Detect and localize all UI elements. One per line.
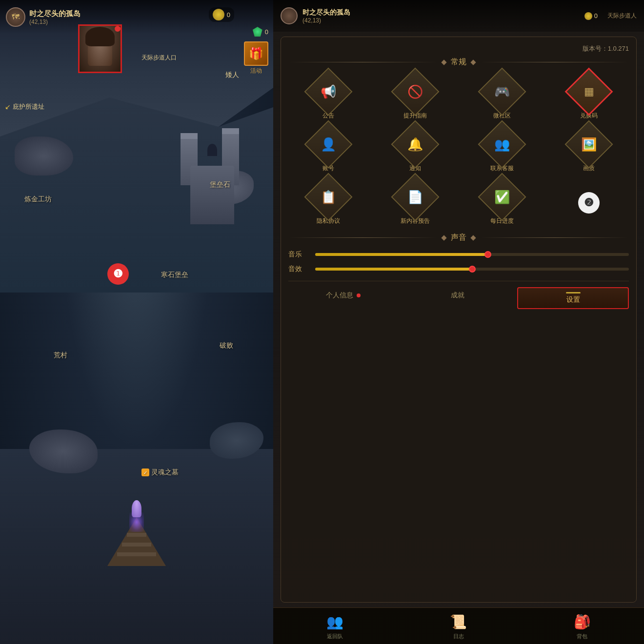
- divider-diamond-left: [441, 59, 446, 65]
- redeem-icon-wrapper: ▦: [572, 75, 606, 109]
- step-badge-1: ❶: [107, 263, 129, 285]
- menu-item-announcement[interactable]: 📢 公告: [288, 75, 368, 120]
- return-team-icon: 👥: [325, 612, 345, 631]
- daily-icon-diamond: ✅: [478, 173, 526, 221]
- sound-section-title: 声音: [451, 233, 466, 243]
- sanctuary-label: ↙ 庇护所遗址: [5, 102, 44, 111]
- right-location-icon: [281, 7, 298, 24]
- dwarf-label: 矮人: [225, 71, 239, 79]
- preview-icon-wrapper: 📄: [398, 180, 432, 214]
- notification-icon: 🔔: [407, 137, 423, 152]
- castle-window: [207, 144, 217, 156]
- menu-item-support[interactable]: 👥 联系客服: [463, 127, 542, 173]
- sound-divider-diamond-left: [441, 235, 446, 240]
- menu-grid-row2: 👤 账号 🔔 通知 👥 联系客服: [288, 127, 629, 173]
- general-divider: 常规: [288, 57, 629, 67]
- right-panel: 时之尽头的孤岛 (42,13) 0 天际步道人 版本号：1.0.271 常规: [273, 0, 644, 644]
- divider-line-left: [288, 62, 437, 62]
- sanctuary-text: 庇护所遗址: [13, 102, 44, 111]
- settings-tab-decoration: [566, 292, 581, 293]
- music-slider-fill: [315, 253, 488, 256]
- log-icon: 📜: [449, 612, 468, 631]
- gem-icon: [253, 27, 262, 37]
- activity-button[interactable]: 🎁 活动: [244, 41, 268, 75]
- nav-log[interactable]: 📜 日志: [397, 608, 520, 644]
- location-name: 时之尽头的孤岛: [29, 9, 80, 19]
- community-icon: 🎮: [494, 84, 510, 99]
- right-location-coords: (42,13): [302, 17, 580, 24]
- castle-battlements-right: [222, 128, 239, 134]
- portrait-hood: [85, 27, 115, 46]
- notification-icon-diamond: 🔔: [391, 120, 439, 169]
- redeem-icon: ▦: [584, 85, 594, 98]
- account-icon: 👤: [321, 137, 336, 152]
- sfx-slider-track[interactable]: [315, 268, 629, 271]
- music-slider-track[interactable]: [315, 253, 629, 256]
- redeem-icon-diamond: ▦: [565, 68, 613, 116]
- menu-item-quality[interactable]: 🖼️ 画质: [549, 127, 629, 173]
- version-text: 版本号：1.0.271: [288, 44, 629, 53]
- dwarf-text: 矮人: [225, 71, 239, 78]
- community-icon-wrapper: 🎮: [485, 75, 519, 109]
- menu-item-preview[interactable]: 📄 新内容预告: [375, 180, 455, 225]
- check-icon: ✓: [141, 468, 149, 476]
- guide-icon-wrapper: 🚫: [398, 75, 432, 109]
- character-portrait[interactable]: [78, 24, 122, 73]
- right-nav-label: 天际步道人: [607, 12, 637, 20]
- map-label-ruins: 破败: [220, 341, 233, 350]
- preview-icon: 📄: [407, 190, 423, 205]
- gem-currency: 0: [253, 27, 268, 37]
- quality-icon-wrapper: 🖼️: [572, 127, 606, 161]
- backpack-icon: 🎒: [572, 612, 592, 631]
- map-label-soul-tomb: ✓ 灵魂之墓: [141, 468, 179, 477]
- castle-body: [190, 166, 234, 224]
- daily-icon: ✅: [494, 190, 510, 205]
- menu-item-redeem[interactable]: ▦ 兑换码: [549, 75, 629, 120]
- tab-personal-info[interactable]: 个人信息: [288, 287, 398, 309]
- right-currency: 0: [584, 12, 598, 20]
- guide-icon: 🚫: [407, 84, 423, 99]
- portrait-inner: [80, 26, 121, 72]
- music-slider-thumb[interactable]: [484, 251, 491, 258]
- menu-item-notification[interactable]: 🔔 通知: [375, 127, 455, 173]
- menu-item-community[interactable]: 🎮 微社区: [463, 75, 542, 120]
- menu-item-daily[interactable]: ✅ 每日进度: [463, 180, 542, 225]
- temple-character: [132, 500, 141, 517]
- support-icon-wrapper: 👥: [485, 127, 519, 161]
- achievements-label: 成就: [451, 291, 464, 299]
- tab-achievements[interactable]: 成就: [403, 287, 513, 309]
- menu-item-account[interactable]: 👤 账号: [288, 127, 368, 173]
- heavenly-path-label: 天际步道人口: [141, 54, 177, 62]
- gem-amount: 0: [265, 28, 268, 36]
- sfx-slider-thumb[interactable]: [469, 266, 476, 273]
- settings-tab-inner: 设置: [522, 292, 624, 304]
- sfx-slider-fill: [315, 268, 472, 271]
- location-icon: 🗺: [6, 7, 25, 27]
- gold-icon: [213, 9, 224, 20]
- nav-return-team[interactable]: 👥 返回队: [273, 608, 397, 644]
- daily-icon-wrapper: ✅: [485, 180, 519, 214]
- sound-divider-diamond-right: [470, 235, 476, 240]
- castle-battlements-left: [181, 133, 198, 139]
- nav-backpack[interactable]: 🎒 背包: [521, 608, 644, 644]
- map-label-cold-fortress: 寒石堡垒: [161, 271, 188, 279]
- menu-item-privacy[interactable]: 📋 隐私协议: [288, 180, 368, 225]
- return-team-label: 返回队: [327, 633, 343, 640]
- activity-label: 活动: [250, 67, 262, 75]
- right-bottom-nav: 👥 返回队 📜 日志 🎒 背包: [273, 607, 644, 644]
- announcement-icon-wrapper: 📢: [311, 75, 345, 109]
- right-location-info: 时之尽头的孤岛 (42,13): [302, 8, 580, 24]
- announcement-icon: 📢: [321, 84, 336, 99]
- general-section-title: 常规: [451, 57, 466, 67]
- location-coords: (42,13): [29, 19, 80, 25]
- personal-info-label: 个人信息: [326, 291, 353, 299]
- music-slider-row: 音乐: [288, 250, 629, 259]
- divider-diamond-right: [470, 59, 476, 65]
- menu-item-guide[interactable]: 🚫 提升指南: [375, 75, 455, 120]
- temple: [107, 517, 166, 566]
- map-label-alchemy: 炼金工坊: [24, 195, 52, 204]
- portrait-figure: [88, 32, 112, 66]
- tab-settings[interactable]: 设置: [517, 287, 629, 309]
- sfx-label: 音效: [288, 265, 308, 273]
- right-top-bar: 时之尽头的孤岛 (42,13) 0 天际步道人: [273, 0, 644, 32]
